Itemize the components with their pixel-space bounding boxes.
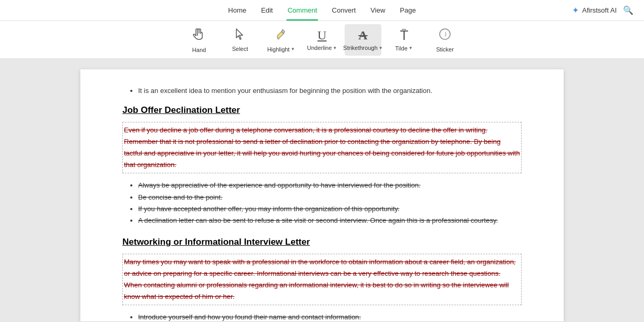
menu-comment[interactable]: Comment [286, 4, 318, 16]
menu-bar: Home Edit Comment Convert View Page ✦ Af… [0, 0, 644, 21]
section1-bullet-3: If you have accepted another offer, you … [138, 203, 522, 215]
strikethrough-label: Strikethrough [343, 45, 377, 51]
highlight-arrow-icon: ▼ [290, 47, 295, 51]
section-networking: Networking or Informational Interview Le… [122, 237, 522, 322]
underline-label-group: Underline ▼ [307, 45, 337, 51]
intro-bullet-item: It is an excellent idea to mention your … [138, 85, 522, 97]
menu-home[interactable]: Home [227, 4, 247, 16]
select-icon [234, 28, 246, 44]
brand: ✦ Afirstsoft AI [572, 5, 617, 15]
highlight-icon [274, 27, 288, 44]
intro-bullets: It is an excellent idea to mention your … [138, 85, 522, 97]
highlight-label-group: Highlight ▼ [267, 46, 295, 53]
strikethrough-tool[interactable]: A Strikethrough ▼ [345, 24, 381, 56]
sticker-icon [438, 27, 452, 44]
menu-convert[interactable]: Convert [331, 4, 357, 16]
brand-star-icon: ✦ [572, 5, 579, 15]
highlight-tool[interactable]: Highlight ▼ [263, 24, 299, 56]
tilde-icon: T̃ [400, 28, 408, 43]
tilde-tool[interactable]: T̃ Tilde ▼ [386, 24, 422, 56]
section2-body: Many times you may want to speak with a … [122, 254, 522, 305]
underline-icon: U [317, 28, 326, 43]
menu-right: ✦ Afirstsoft AI 🔍 [572, 5, 633, 15]
hand-icon [192, 27, 206, 45]
underline-tool[interactable]: U Underline ▼ [304, 24, 340, 56]
strikethrough-arrow-icon: ▼ [379, 46, 383, 50]
menu-edit[interactable]: Edit [260, 4, 274, 16]
section1-bullet-2: Be concise and to the point. [138, 192, 522, 203]
section2-heading: Networking or Informational Interview Le… [122, 237, 522, 247]
section2-bullet-1: Introduce yourself and how you found the… [138, 311, 522, 322]
highlight-label: Highlight [267, 46, 290, 53]
section2-bullets: Introduce yourself and how you found the… [138, 311, 522, 322]
section1-bullet-4: A declination letter can also be sent to… [138, 215, 522, 226]
search-icon[interactable]: 🔍 [623, 5, 633, 15]
sticker-tool[interactable]: Sticker [427, 24, 463, 56]
section1-bullets: Always be appreciative of the experience… [138, 180, 522, 226]
section2-body-text: Many times you may want to speak with a … [124, 258, 516, 300]
document-area: It is an excellent idea to mention your … [0, 59, 644, 322]
underline-label: Underline [307, 45, 331, 51]
section1-body-text: Even if you decline a job offer during a… [124, 126, 520, 169]
section1-body: Even if you decline a job offer during a… [122, 122, 522, 173]
underline-arrow-icon: ▼ [333, 46, 337, 50]
strikethrough-label-group: Strikethrough ▼ [343, 45, 382, 51]
doc-page: It is an excellent idea to mention your … [80, 69, 564, 321]
brand-name: Afirstsoft AI [582, 6, 617, 14]
section-job-offer: Job Offer Declination Letter Even if you… [122, 105, 522, 226]
sticker-label: Sticker [436, 46, 454, 53]
hand-label: Hand [192, 47, 206, 53]
menu-view[interactable]: View [369, 4, 386, 16]
tilde-arrow-icon: ▼ [409, 46, 413, 50]
menu-items: Home Edit Comment Convert View Page [227, 4, 417, 16]
tilde-label: Tilde [395, 45, 407, 51]
strikethrough-icon: A [358, 28, 367, 43]
tilde-label-group: Tilde ▼ [395, 45, 412, 51]
section1-heading: Job Offer Declination Letter [122, 105, 522, 116]
select-tool[interactable]: Select [222, 24, 258, 56]
toolbar: Hand Select Highlight ▼ U Underline ▼ [0, 21, 644, 59]
menu-page[interactable]: Page [399, 4, 417, 16]
section1-bullet-1: Always be appreciative of the experience… [138, 180, 522, 191]
hand-tool[interactable]: Hand [181, 24, 217, 56]
select-label: Select [232, 46, 248, 52]
